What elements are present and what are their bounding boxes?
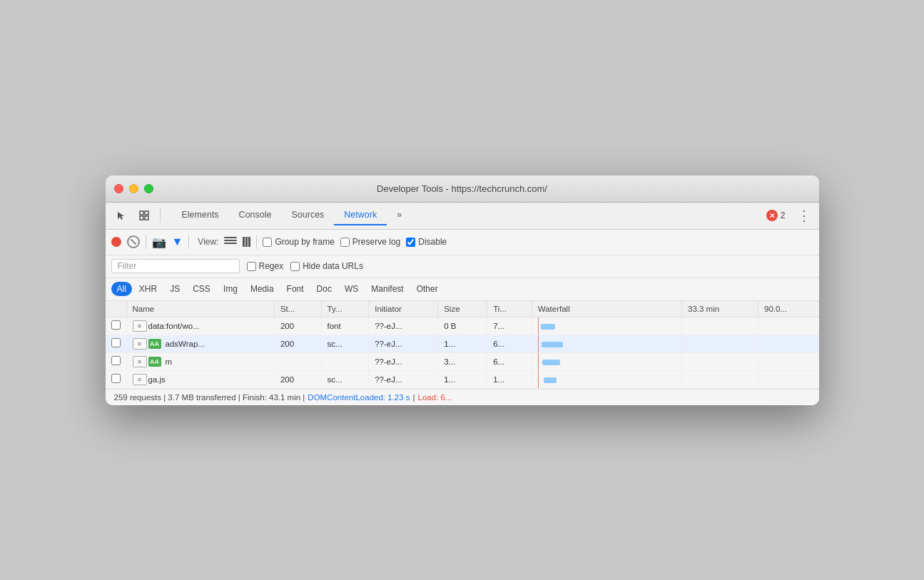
row-checkbox[interactable]: [111, 320, 121, 330]
table-row[interactable]: ≡ AA adsWrap... 200 sc... ??-eJ... 1... …: [106, 335, 819, 352]
inspector-tool[interactable]: [134, 205, 154, 225]
type-filter-xhr[interactable]: XHR: [133, 282, 163, 296]
status-bar: 259 requests | 3.7 MB transferred | Fini…: [106, 389, 819, 405]
hide-data-urls-label[interactable]: Hide data URLs: [290, 261, 363, 271]
grid-view-button[interactable]: [243, 237, 250, 247]
tab-sources[interactable]: Sources: [281, 205, 334, 225]
filter-input[interactable]: [111, 259, 240, 273]
type-filter-all[interactable]: All: [111, 282, 132, 296]
grid-bar: [243, 237, 245, 247]
extra-time-cell2: [758, 335, 819, 352]
type-filter-media[interactable]: Media: [245, 282, 280, 296]
record-button[interactable]: [111, 237, 121, 247]
row-checkbox[interactable]: [111, 374, 121, 383]
disable-cache-label[interactable]: Disable: [406, 237, 447, 247]
tab-elements[interactable]: Elements: [172, 205, 229, 225]
regex-checkbox[interactable]: [247, 262, 256, 271]
type-filter-js[interactable]: JS: [164, 282, 186, 296]
type-filter-other[interactable]: Other: [411, 282, 444, 296]
more-options-button[interactable]: ⋮: [794, 207, 813, 224]
status-cell: 200: [274, 335, 321, 352]
hide-data-urls-checkbox[interactable]: [290, 262, 300, 271]
window-title: Developer Tools - https://techcrunch.com…: [377, 183, 547, 194]
status-cell: 200: [274, 317, 321, 335]
waterfall-marker: [538, 371, 539, 388]
type-cell: [321, 352, 369, 370]
minimize-button[interactable]: [129, 184, 138, 193]
preserve-log-text: Preserve log: [352, 237, 400, 247]
close-button[interactable]: [114, 184, 123, 193]
table-row[interactable]: ≡ AA m ??-eJ... 3... 6...: [106, 352, 819, 370]
filter-icon[interactable]: ▼: [172, 235, 183, 248]
error-count: 2: [781, 210, 786, 220]
grid-bar: [248, 237, 250, 247]
list-view-button[interactable]: [224, 237, 237, 247]
tab-more[interactable]: »: [387, 205, 412, 225]
devtools-tabs: Elements Console Sources Network »: [172, 205, 759, 225]
regex-label[interactable]: Regex: [247, 261, 284, 271]
preserve-log-label[interactable]: Preserve log: [340, 237, 400, 247]
type-filter-css[interactable]: CSS: [187, 282, 216, 296]
file-name: m: [166, 357, 173, 366]
row-checkbox-cell: [106, 317, 127, 335]
aa-badge: AA: [148, 357, 161, 367]
type-cell: sc...: [321, 370, 369, 388]
status-separator: |: [413, 393, 415, 402]
file-name: data:font/wo...: [148, 322, 200, 330]
dom-content-loaded-label: DOMContentLoaded: 1.23 s: [308, 393, 410, 402]
maximize-button[interactable]: [144, 184, 153, 193]
col-status[interactable]: St...: [274, 301, 321, 317]
row-checkbox-cell: [106, 335, 127, 352]
extra-time-cell: [681, 317, 758, 335]
time-cell: 6...: [487, 335, 532, 352]
sec-divider-1: [146, 235, 146, 249]
col-time[interactable]: Ti...: [487, 301, 532, 317]
disable-cache-checkbox[interactable]: [406, 238, 415, 247]
type-filter-font[interactable]: Font: [281, 282, 310, 296]
col-name[interactable]: Name: [126, 301, 274, 317]
table-header: Name St... Ty... Initiator Size Ti... Wa…: [106, 301, 819, 317]
extra-time-cell2: [758, 370, 819, 388]
svg-rect-1: [145, 211, 148, 215]
col-type[interactable]: Ty...: [321, 301, 369, 317]
cursor-tool[interactable]: [111, 205, 131, 225]
svg-rect-3: [145, 216, 148, 220]
clear-button[interactable]: [127, 235, 140, 248]
name-cell: ≡ AA m: [126, 352, 274, 370]
toolbar-right: ✕ 2 ⋮: [762, 207, 813, 224]
regex-text: Regex: [259, 261, 284, 271]
error-x-icon: ✕: [766, 210, 778, 221]
error-badge[interactable]: ✕ 2: [762, 208, 790, 223]
camera-icon[interactable]: 📷: [152, 235, 166, 249]
col-waterfall[interactable]: Waterfall: [532, 301, 681, 317]
more-dots-icon: ⋮: [797, 208, 811, 223]
network-table-wrapper: Name St... Ty... Initiator Size Ti... Wa…: [106, 301, 819, 389]
type-filter-manifest[interactable]: Manifest: [365, 282, 409, 296]
col-initiator[interactable]: Initiator: [369, 301, 438, 317]
waterfall-bar: [541, 324, 555, 330]
sec-divider-3: [256, 235, 257, 249]
table-row[interactable]: ≡ data:font/wo... 200 font ??-eJ... 0 B …: [106, 317, 819, 335]
extra-time-cell: [681, 370, 758, 388]
row-checkbox[interactable]: [111, 338, 121, 347]
tab-console[interactable]: Console: [229, 205, 282, 225]
type-filter-ws[interactable]: WS: [339, 282, 364, 296]
file-name: adsWrap...: [166, 340, 205, 348]
name-cell: ≡ AA adsWrap...: [126, 335, 274, 352]
group-by-frame-label[interactable]: Group by frame: [263, 237, 334, 247]
type-filter-img[interactable]: Img: [218, 282, 243, 296]
table-row[interactable]: ≡ ga.js 200 sc... ??-eJ... 1... 1...: [106, 370, 819, 388]
extra-time-cell2: [758, 317, 819, 335]
waterfall-cell: [532, 317, 681, 335]
tab-network[interactable]: Network: [334, 205, 387, 225]
waterfall-marker: [538, 353, 539, 370]
preserve-log-checkbox[interactable]: [340, 238, 350, 247]
col-size[interactable]: Size: [438, 301, 487, 317]
list-view-line: [224, 243, 237, 244]
waterfall-bar: [542, 342, 563, 347]
group-by-frame-checkbox[interactable]: [263, 238, 272, 247]
aa-badge: AA: [148, 339, 161, 349]
waterfall-marker: [538, 335, 539, 352]
row-checkbox[interactable]: [111, 356, 121, 365]
type-filter-doc[interactable]: Doc: [311, 282, 337, 296]
